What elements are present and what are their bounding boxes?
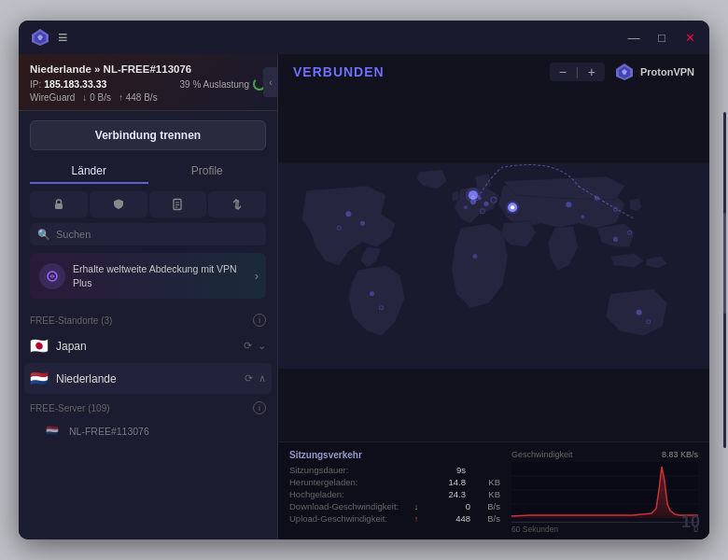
svg-point-21 xyxy=(345,211,351,217)
home-pin xyxy=(506,201,519,214)
svg-point-40 xyxy=(511,205,514,209)
chart-max-value: 8.83 KB/s xyxy=(662,450,698,459)
collapse-sidebar-button[interactable]: ‹ xyxy=(263,67,278,97)
svg-rect-3 xyxy=(55,203,63,209)
status-bar: VERBUNDEN − | + ProtonVPN xyxy=(278,54,709,90)
promo-arrow-icon: › xyxy=(255,269,259,283)
titlebar: ≡ — □ ✕ xyxy=(19,21,709,54)
uploaded-value: 24.3 xyxy=(419,489,466,499)
japan-actions: ⟳ ⌄ xyxy=(244,340,266,352)
server-item[interactable]: 🇳🇱 NL-FREE#113076 xyxy=(24,418,272,443)
stats-bar: Sitzungsverkehr Sitzungsdauer: 9s Herunt… xyxy=(278,441,709,539)
downloaded-unit: KB xyxy=(474,477,500,487)
connection-status: VERBUNDEN xyxy=(293,64,385,79)
server-name: NL-FREE#113076 xyxy=(69,426,266,437)
chart-canvas xyxy=(511,462,698,523)
chart-footer: 60 Sekunden 0 xyxy=(511,525,698,534)
svg-point-28 xyxy=(613,237,618,242)
filter-row xyxy=(30,191,266,217)
maximize-button[interactable]: □ xyxy=(653,29,670,46)
free-servers-header: FREE-Server (109) i xyxy=(24,398,272,418)
zoom-controls: − | + xyxy=(550,63,605,81)
promo-banner[interactable]: Erhalte weltweite Abdeckung mit VPN Plus… xyxy=(30,253,266,299)
svg-point-22 xyxy=(360,221,365,226)
stat-row-uploaded: Hochgeladen: 24.3 KB xyxy=(289,489,500,499)
country-item-japan[interactable]: 🇯🇵 Japan ⟳ ⌄ xyxy=(24,330,272,361)
netherlands-name: Niederlande xyxy=(56,372,245,385)
downloaded-value: 14.8 xyxy=(419,477,466,487)
disconnect-button[interactable]: Verbindung trennen xyxy=(30,120,266,150)
chart-title: Geschwindigkeit xyxy=(511,450,573,459)
stat-row-upload-speed: Upload-Geschwindigkeit: ↑ 448 B/s xyxy=(289,513,500,524)
svg-point-30 xyxy=(637,310,642,315)
upload-speed-unit: B/s xyxy=(474,513,500,524)
netherlands-reconnect-icon[interactable]: ⟳ xyxy=(245,372,253,385)
duration-label: Sitzungsdauer: xyxy=(289,465,411,475)
svg-text:⌂: ⌂ xyxy=(471,194,475,200)
filter-shield-icon[interactable] xyxy=(90,191,147,217)
protonvpn-label: ProtonVPN xyxy=(640,66,694,77)
netherlands-collapse-icon[interactable]: ∧ xyxy=(259,372,266,385)
sidebar: Niederlande » NL-FREE#113076 IP: 185.183… xyxy=(19,54,278,539)
protocol-label: WireGuard xyxy=(30,92,75,103)
svg-point-18 xyxy=(464,205,468,209)
protocol-row: WireGuard ↓ 0 B/s ↑ 448 B/s xyxy=(30,92,266,103)
load-indicator: 39 % Auslastung xyxy=(180,77,267,91)
free-locations-header: FREE-Standorte (3) i xyxy=(24,310,272,330)
netherlands-actions: ⟳ ∧ xyxy=(245,372,266,385)
download-speed: ↓ 0 B/s xyxy=(82,92,111,103)
free-locations-label: FREE-Standorte (3) xyxy=(30,315,112,326)
connection-location: Niederlande » NL-FREE#113076 xyxy=(30,63,266,75)
zoom-in-button[interactable]: + xyxy=(584,64,599,79)
zoom-out-button[interactable]: − xyxy=(555,64,570,79)
minimize-button[interactable]: — xyxy=(625,29,642,46)
close-button[interactable]: ✕ xyxy=(681,29,698,46)
speed-chart: Geschwindigkeit 8.83 KB/s xyxy=(511,450,698,534)
main-content: Niederlande » NL-FREE#113076 IP: 185.183… xyxy=(19,54,709,539)
country-item-netherlands[interactable]: 🇳🇱 Niederlande ⟳ ∧ xyxy=(24,363,272,394)
search-icon: 🔍 xyxy=(37,229,50,241)
japan-expand-icon[interactable]: ⌄ xyxy=(258,340,266,352)
hamburger-menu-icon[interactable]: ≡ xyxy=(58,28,68,48)
server-flag-icon: 🇳🇱 xyxy=(43,425,62,437)
tab-countries[interactable]: Länder xyxy=(30,160,148,184)
session-stats: Sitzungsverkehr Sitzungsdauer: 9s Herunt… xyxy=(289,450,500,534)
version-watermark: 10 xyxy=(681,512,700,532)
upload-speed-value: 448 xyxy=(424,513,470,524)
filter-arrows-icon[interactable] xyxy=(208,191,266,217)
japan-reconnect-icon[interactable]: ⟳ xyxy=(244,340,252,352)
japan-name: Japan xyxy=(56,340,244,353)
download-speed-label: Download-Geschwindigkeit: xyxy=(289,501,411,511)
download-arrow-icon: ↓ xyxy=(414,502,419,511)
load-label: 39 % Auslastung xyxy=(180,79,250,90)
protonvpn-logo: ProtonVPN xyxy=(614,62,694,82)
app-logo-icon xyxy=(30,27,50,48)
tab-profile[interactable]: Profile xyxy=(148,160,267,184)
window-controls: — □ ✕ xyxy=(625,29,698,46)
ip-address: 185.183.33.33 xyxy=(44,78,106,90)
free-servers-info-button[interactable]: i xyxy=(253,401,266,414)
filter-lock-icon[interactable] xyxy=(30,191,88,217)
japan-flag-icon: 🇯🇵 xyxy=(30,337,49,355)
duration-value: 9s xyxy=(419,465,466,475)
svg-point-17 xyxy=(483,202,488,206)
search-input[interactable] xyxy=(30,223,266,245)
app-window: ≡ — □ ✕ Niederlande » NL-FREE#113076 IP:… xyxy=(19,21,709,539)
chart-time-label: 60 Sekunden xyxy=(511,525,558,534)
location-list: FREE-Standorte (3) i 🇯🇵 Japan ⟳ ⌄ 🇳🇱 Nie… xyxy=(19,306,277,539)
map-container[interactable]: ⌂ xyxy=(278,90,709,441)
upload-speed-label: Upload-Geschwindigkeit: xyxy=(289,513,411,524)
uploaded-label: Hochgeladen: xyxy=(289,489,411,499)
download-speed-unit: B/s xyxy=(474,501,500,511)
session-stats-title: Sitzungsverkehr xyxy=(289,450,500,460)
promo-text: Erhalte weltweite Abdeckung mit VPN Plus xyxy=(73,262,247,289)
stat-row-download-speed: Download-Geschwindigkeit: ↓ 0 B/s xyxy=(289,501,500,511)
free-locations-info-button[interactable]: i xyxy=(253,314,266,327)
download-speed-value: 0 xyxy=(424,501,470,511)
stat-row-downloaded: Heruntergeladen: 14.8 KB xyxy=(289,477,500,487)
free-servers-label: FREE-Server (109) xyxy=(30,403,110,413)
upload-arrow-icon: ↑ xyxy=(414,514,419,524)
stat-row-duration: Sitzungsdauer: 9s xyxy=(289,465,500,475)
filter-doc-icon[interactable] xyxy=(149,191,207,217)
uploaded-unit: KB xyxy=(474,489,500,499)
